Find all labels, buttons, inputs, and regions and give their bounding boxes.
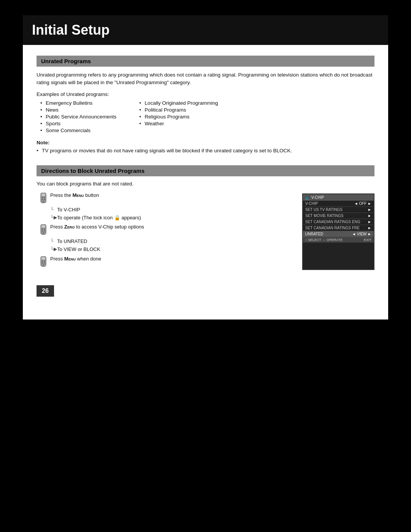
section1-intro: Unrated programming refers to any progra… (37, 71, 374, 87)
vchip-label: SET CANADIAN RATINGS FRE (305, 226, 360, 230)
examples-columns: Emergency Bulletins News Public Service … (40, 100, 374, 134)
svg-point-12 (44, 230, 45, 232)
sub-arrow-icon: └▶ (50, 215, 57, 220)
step-sub-row-2b: └▶ To VIEW or BLOCK (50, 246, 291, 253)
list-item: Political Programs (139, 107, 218, 113)
page-container: Initial Setup Unrated Programs Unrated p… (23, 15, 388, 320)
vchip-row-can-fre: SET CANADIAN RATINGS FRE ► (303, 225, 374, 231)
svg-point-6 (43, 201, 44, 202)
vchip-value: ► (368, 226, 371, 230)
sub-text-2a: To UNRATED (57, 238, 87, 245)
vchip-footer-left: ↕ SELECT ↔ OPERATE (305, 238, 342, 242)
sub-text-1b: To operate (The lock icon 🔒 appears) (57, 214, 141, 221)
svg-point-10 (44, 228, 45, 230)
note-label: Note: (37, 140, 374, 145)
examples-col-right: Locally Originated Programming Political… (139, 100, 218, 134)
sub-arrow-icon: └▶ (50, 246, 57, 252)
vchip-row-vchip: V-CHIP ◄ OFF ► (303, 201, 374, 207)
examples-list-left: Emergency Bulletins News Public Service … (40, 100, 116, 133)
vchip-label: SET CANADIAN RATINGS ENG (305, 220, 360, 224)
svg-rect-1 (41, 194, 45, 196)
svg-point-18 (42, 262, 43, 264)
note-text: TV programs or movies that do not have r… (37, 147, 374, 155)
examples-label: Examples of Unrated programs: (37, 91, 374, 97)
section2-intro: You can block programs that are not rate… (37, 181, 374, 187)
page-title: Initial Setup (32, 22, 379, 38)
examples-col-left: Emergency Bulletins News Public Service … (40, 100, 116, 134)
svg-point-11 (42, 230, 43, 232)
remote-icon-2 (37, 224, 50, 235)
svg-point-19 (44, 262, 45, 264)
vchip-title-row: 📺 V-CHIP (303, 194, 374, 201)
vchip-value: ◄ OFF ► (354, 201, 371, 206)
vchip-footer-right: EXIT (364, 238, 371, 242)
list-item: Weather (139, 121, 218, 126)
directions-section: Directions to Block Unrated Programs You… (37, 165, 374, 270)
step-sub-row-1a: └ To V-CHIP (50, 206, 291, 213)
vchip-icon: 📺 (305, 195, 310, 200)
note-section: Note: TV programs or movies that do not … (37, 140, 374, 155)
step-sub-2: └ To UNRATED └▶ To VIEW or BLOCK (50, 238, 291, 253)
svg-point-17 (44, 260, 45, 262)
sub-arrow-icon: └ (50, 238, 57, 244)
step-row-2: Press Zero to access V-Chip setup option… (37, 224, 291, 235)
vchip-row-unrated: UNRATED ◄ VIEW ► (303, 231, 374, 237)
list-item: Some Commercials (40, 128, 116, 133)
list-item: News (40, 107, 116, 113)
vchip-row-can-eng: SET CANADIAN RATINGS ENG ► (303, 219, 374, 225)
remote-icon-1 (37, 193, 50, 203)
section1-header: Unrated Programs (37, 56, 374, 67)
svg-point-5 (44, 199, 45, 200)
svg-point-13 (43, 232, 44, 233)
list-item: Locally Originated Programming (139, 100, 218, 106)
vchip-value: ► (368, 214, 371, 218)
vchip-value: ◄ VIEW ► (352, 232, 371, 236)
examples-list-right: Locally Originated Programming Political… (139, 100, 218, 126)
list-item: Public Service Announcements (40, 114, 116, 120)
svg-rect-8 (41, 225, 45, 228)
sub-text-1a: To V-CHIP (57, 206, 80, 213)
list-item: Emergency Bulletins (40, 100, 116, 106)
title-bar: Initial Setup (23, 15, 388, 45)
svg-point-16 (42, 260, 43, 262)
svg-point-3 (44, 197, 45, 198)
vchip-value: ► (368, 220, 371, 224)
vchip-row-us-tv: SET US TV RATINGS ► (303, 207, 374, 213)
step-text-3: Press Menu when done (50, 256, 101, 262)
vchip-label: SET MOVIE RATINGS (305, 214, 344, 218)
vchip-label: SET US TV RATINGS (305, 208, 342, 212)
vchip-label: UNRATED (305, 232, 323, 236)
vchip-menu-box: 📺 V-CHIP V-CHIP ◄ OFF ► SET US TV RATING… (302, 193, 374, 270)
step-text-2: Press Zero to access V-Chip setup option… (50, 224, 144, 230)
svg-point-20 (43, 264, 44, 265)
directions-body: Press the Menu button └ To V-CHIP └▶ To … (37, 192, 374, 270)
section2-header: Directions to Block Unrated Programs (37, 165, 374, 176)
step-sub-row-1b: └▶ To operate (The lock icon 🔒 appears) (50, 214, 291, 221)
vchip-title: V-CHIP (311, 195, 324, 200)
vchip-footer: ↕ SELECT ↔ OPERATE EXIT (303, 237, 374, 243)
svg-rect-15 (41, 257, 45, 259)
list-item: Sports (40, 121, 116, 126)
unrated-section: Unrated Programs Unrated programming ref… (37, 56, 374, 155)
step-sub-row-2a: └ To UNRATED (50, 238, 291, 245)
vchip-row-movie: SET MOVIE RATINGS ► (303, 213, 374, 219)
step-row-3: Press Menu when done (37, 256, 291, 267)
main-content: Unrated Programs Unrated programming ref… (23, 56, 388, 270)
page-number-badge: 26 (23, 270, 388, 297)
vchip-value: ► (368, 208, 371, 212)
svg-point-2 (42, 197, 43, 198)
vchip-label: V-CHIP (305, 201, 318, 206)
step-row-1: Press the Menu button (37, 192, 291, 203)
list-item: Religious Programs (139, 114, 218, 120)
steps-column: Press the Menu button └ To V-CHIP └▶ To … (37, 192, 291, 270)
sub-text-2b: To VIEW or BLOCK (57, 246, 100, 253)
step-sub-1: └ To V-CHIP └▶ To operate (The lock icon… (50, 206, 291, 221)
sub-arrow-icon: └ (50, 207, 57, 212)
svg-point-9 (42, 228, 43, 230)
step-text-1: Press the Menu button (50, 192, 99, 199)
svg-point-4 (42, 199, 43, 200)
remote-icon-3 (37, 256, 50, 267)
page-number: 26 (37, 285, 54, 297)
